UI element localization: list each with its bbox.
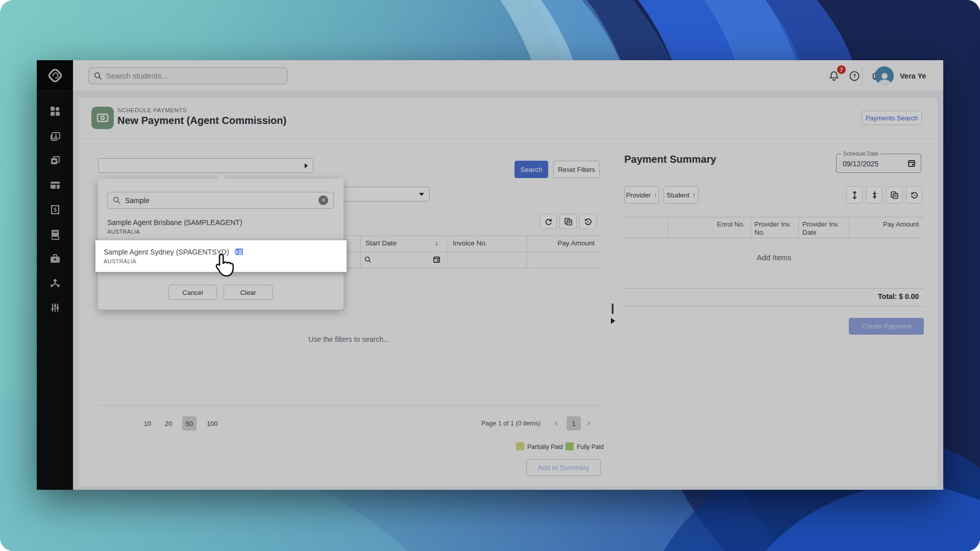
screen: $ 7 ?	[0, 0, 980, 551]
tutorial-dim-overlay	[37, 60, 943, 490]
agent-option-name: Sample Agent Sydney (SPAGENTSYD)	[104, 248, 229, 256]
agent-details-icon[interactable]	[234, 248, 243, 256]
agent-option-sydney[interactable]: Sample Agent Sydney (SPAGENTSYD) AUSTRAL…	[95, 240, 347, 272]
app-window: $ 7 ?	[37, 60, 943, 490]
agent-option-country: AUSTRALIA	[104, 258, 338, 264]
